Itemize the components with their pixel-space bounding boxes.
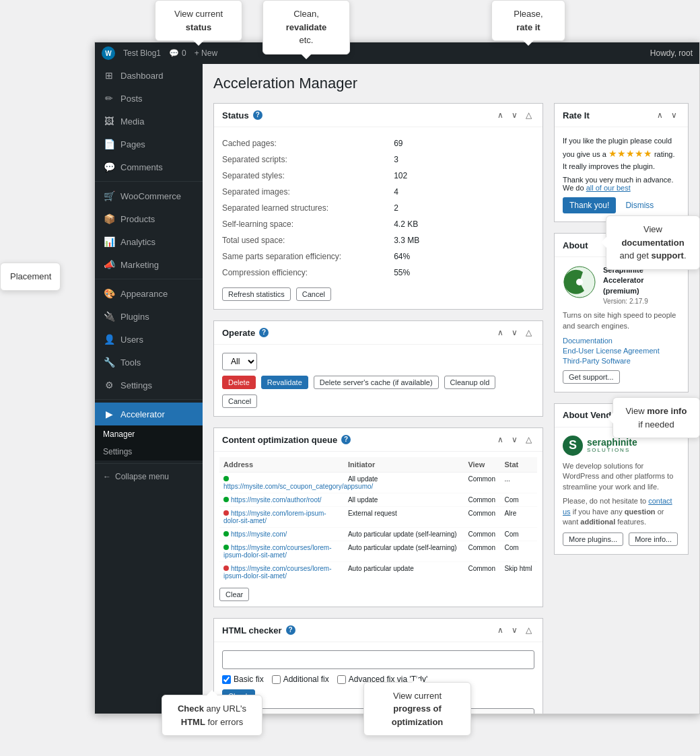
sidebar-label-media: Media: [120, 116, 144, 127]
get-support-btn[interactable]: Get support...: [563, 370, 620, 384]
queue-collapse-btn[interactable]: ∧: [495, 434, 506, 446]
about-logo: [563, 265, 596, 299]
vendor-contact-link[interactable]: contact us: [563, 497, 672, 515]
sidebar-item-plugins[interactable]: 🔌 Plugins: [95, 305, 203, 328]
tools-icon: 🔧: [103, 356, 115, 368]
sidebar-collapse[interactable]: ← Collapse menu: [95, 467, 203, 487]
sidebar-item-tools[interactable]: 🔧 Tools: [95, 351, 203, 374]
status-dot: [223, 545, 229, 550]
about-product-info: Seraphinite Accelerator (premium) Versio…: [603, 265, 680, 305]
about-panel-title: About: [563, 240, 588, 250]
admin-bar-comments[interactable]: 💬 0: [169, 48, 186, 58]
status-dot: [223, 476, 229, 481]
operate-collapse-btn[interactable]: ∧: [495, 327, 506, 339]
about-link-eula[interactable]: End-User License Agreement: [563, 347, 680, 355]
additional-fix-label: Additional fix: [283, 675, 329, 684]
sidebar-item-analytics[interactable]: 📊 Analytics: [95, 230, 203, 253]
operate-info-icon[interactable]: ?: [259, 328, 269, 337]
wp-body: ⊞ Dashboard ✏ Posts 🖼 Media 📄 Pages 💬 Co…: [95, 64, 699, 714]
operate-cancel-btn[interactable]: Cancel: [222, 394, 257, 408]
sidebar-item-comments[interactable]: 💬 Comments: [95, 156, 203, 178]
operate-fullscreen-btn[interactable]: △: [523, 327, 534, 339]
status-panel: Status ? ∧ ∨ △ Cached pages:69Sepa: [213, 103, 543, 310]
queue-clear-btn[interactable]: Clear: [219, 588, 249, 601]
sidebar-item-users[interactable]: 👤 Users: [95, 328, 203, 351]
refresh-stats-btn[interactable]: Refresh statistics: [222, 287, 291, 301]
basic-fix-checkbox[interactable]: Basic fix: [222, 675, 264, 684]
queue-table: Address Initiator View Stat https://mysi…: [219, 457, 537, 582]
more-plugins-btn[interactable]: More plugins...: [563, 532, 623, 546]
queue-initiator: Auto particular update: [344, 562, 464, 583]
status-panel-header: Status ? ∧ ∨ △: [214, 104, 542, 127]
html-checker-info-icon[interactable]: ?: [286, 625, 295, 635]
sidebar-item-woocommerce[interactable]: 🛒 WooCommerce: [95, 184, 203, 207]
delete-cache-btn[interactable]: Delete server's cache (if available): [314, 376, 439, 389]
rate-panel-title: Rate It: [563, 110, 590, 121]
wp-logo: W: [102, 46, 115, 60]
basic-fix-input[interactable]: [222, 675, 231, 684]
queue-expand-btn[interactable]: ∨: [509, 434, 520, 446]
about-link-third-party[interactable]: Third-Party Software: [563, 357, 680, 365]
status-collapse-btn[interactable]: ∧: [495, 109, 506, 121]
sidebar-item-pages[interactable]: 📄 Pages: [95, 133, 203, 156]
rate-collapse-btn[interactable]: ∧: [654, 109, 666, 121]
revalidate-btn[interactable]: Revalidate: [261, 376, 308, 389]
status-info-icon[interactable]: ?: [253, 110, 262, 120]
cleanup-old-btn[interactable]: Cleanup old: [444, 376, 496, 389]
html-fullscreen-btn[interactable]: △: [523, 624, 534, 636]
sidebar-label-woocommerce: WooCommerce: [120, 191, 181, 201]
tooltip-progress-text: View current progress of optimization: [392, 691, 444, 727]
sidebar-item-settings[interactable]: ⚙ Settings: [95, 374, 203, 397]
about-panel-body: Seraphinite Accelerator (premium) Versio…: [555, 257, 688, 392]
advanced-fix-input[interactable]: [337, 675, 346, 684]
sidebar-item-media[interactable]: 🖼 Media: [95, 110, 203, 133]
status-value: 69: [394, 135, 534, 151]
additional-fix-input[interactable]: [272, 675, 281, 684]
about-product-row: Seraphinite Accelerator (premium) Versio…: [563, 265, 680, 305]
status-expand-btn[interactable]: ∨: [509, 109, 520, 121]
status-row: Self-learning space:4.2 KB: [222, 216, 534, 232]
thank-you-btn[interactable]: Thank you!: [563, 197, 616, 213]
about-link-docs[interactable]: Documentation: [563, 337, 680, 345]
queue-fullscreen-btn[interactable]: △: [523, 434, 534, 446]
more-info-btn[interactable]: More info...: [629, 532, 678, 546]
sidebar-sub-settings[interactable]: Settings: [95, 443, 203, 460]
sidebar: ⊞ Dashboard ✏ Posts 🖼 Media 📄 Pages 💬 Co…: [95, 64, 203, 714]
sidebar-sep-2: [95, 279, 203, 279]
sidebar-item-dashboard[interactable]: ⊞ Dashboard: [95, 64, 203, 87]
sidebar-sub-manager[interactable]: Manager: [95, 425, 203, 443]
operate-panel-controls: ∧ ∨ △: [495, 327, 534, 339]
sidebar-item-appearance[interactable]: 🎨 Appearance: [95, 282, 203, 305]
sidebar-item-accelerator[interactable]: ▶ Accelerator: [95, 403, 203, 425]
operate-expand-btn[interactable]: ∨: [509, 327, 520, 339]
sidebar-sep-4: [95, 463, 203, 464]
queue-info-icon[interactable]: ?: [341, 435, 351, 444]
operate-select[interactable]: All: [222, 353, 257, 370]
delete-btn[interactable]: Delete: [222, 376, 256, 389]
sidebar-item-products[interactable]: 📦 Products: [95, 207, 203, 230]
queue-stat: Alre: [500, 507, 537, 528]
status-value: 4: [394, 184, 534, 200]
html-collapse-btn[interactable]: ∧: [495, 624, 506, 636]
rate-panel-header: Rate It ∧ ∨: [555, 104, 688, 127]
status-fullscreen-btn[interactable]: △: [523, 109, 534, 121]
status-row: Separated styles:102: [222, 168, 534, 184]
sidebar-item-posts[interactable]: ✏ Posts: [95, 87, 203, 110]
queue-initiator: All update: [344, 493, 464, 507]
settings-icon: ⚙: [103, 379, 115, 391]
rate-expand-btn[interactable]: ∨: [668, 109, 680, 121]
status-dot: [223, 565, 229, 571]
admin-bar-site[interactable]: Test Blog1: [123, 48, 161, 58]
tooltip-docs-text: View documentation and get support.: [619, 224, 686, 261]
queue-view: Common: [464, 541, 500, 562]
queue-row: https://mysite.com/sc_coupon_category/ap…: [219, 473, 537, 493]
sidebar-item-marketing[interactable]: 📣 Marketing: [95, 253, 203, 276]
main-content: Acceleration Manager Status ? ∧: [203, 64, 699, 714]
additional-fix-checkbox[interactable]: Additional fix: [272, 675, 329, 684]
about-links: Documentation End-User License Agreement…: [563, 337, 680, 365]
html-url-input[interactable]: [222, 650, 534, 669]
status-cancel-btn[interactable]: Cancel: [296, 287, 331, 301]
rate-best-link[interactable]: all of our best: [586, 184, 631, 192]
html-expand-btn[interactable]: ∨: [509, 624, 520, 636]
dismiss-link[interactable]: Dismiss: [625, 201, 654, 210]
